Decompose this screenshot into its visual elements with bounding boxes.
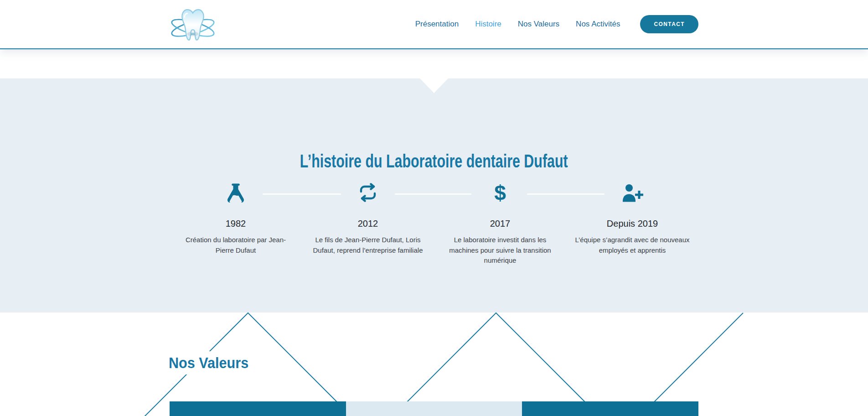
user-plus-icon <box>621 183 643 203</box>
values-section: Nos Valeurs <box>0 312 868 416</box>
header: Présentation Histoire Nos Valeurs Nos Ac… <box>0 0 868 49</box>
zigzag-decoration <box>0 312 868 416</box>
milestone-row: 1982 Création du laboratoire par Jean-Pi… <box>170 183 698 266</box>
milestone-description: Le fils de Jean-Pierre Dufaut, Loris Duf… <box>309 235 427 255</box>
timeline-connector <box>527 193 604 195</box>
nav-link-histoire[interactable]: Histoire <box>475 20 501 29</box>
flask-icon <box>227 183 245 204</box>
milestone-description: Création du laboratoire par Jean-Pierre … <box>176 235 295 255</box>
section-top-notch <box>420 78 448 93</box>
milestone-1982: 1982 Création du laboratoire par Jean-Pi… <box>170 183 302 266</box>
header-inner: Présentation Histoire Nos Valeurs Nos Ac… <box>170 0 698 48</box>
milestone-2017: $ 2017 Le laboratoire investit dans les … <box>434 183 566 266</box>
page: Présentation Histoire Nos Valeurs Nos Ac… <box>0 0 868 416</box>
history-section: L’histoire du Laboratoire dentaire Dufau… <box>0 78 868 312</box>
contact-button[interactable]: CONTACT <box>640 15 698 33</box>
main-nav: Présentation Histoire Nos Valeurs Nos Ac… <box>415 20 620 29</box>
milestone-year: Depuis 2019 <box>566 218 698 229</box>
timeline-connector <box>263 193 341 195</box>
value-cards-row <box>170 401 698 416</box>
value-card <box>170 401 346 416</box>
value-card <box>346 401 522 416</box>
milestone-description: Le laboratoire investit dans les machine… <box>441 235 559 266</box>
value-card <box>522 401 698 416</box>
milestone-2019: Depuis 2019 L’équipe s’agrandit avec de … <box>566 183 698 266</box>
timeline-connector <box>395 193 471 195</box>
values-title: Nos Valeurs <box>162 351 264 374</box>
nav-link-presentation[interactable]: Présentation <box>415 20 459 29</box>
milestone-2012: 2012 Le fils de Jean-Pierre Dufaut, Lori… <box>302 183 434 266</box>
history-timeline: 1982 Création du laboratoire par Jean-Pi… <box>170 183 698 266</box>
milestone-year: 2017 <box>434 218 566 229</box>
milestone-description: L’équipe s’agrandit avec de nouveaux emp… <box>573 235 692 255</box>
nav-link-nos-activites[interactable]: Nos Activités <box>576 20 620 29</box>
milestone-year: 2012 <box>302 218 434 229</box>
nav-link-nos-valeurs[interactable]: Nos Valeurs <box>518 20 559 29</box>
dollar-icon: $ <box>494 183 506 203</box>
repeat-icon <box>357 183 378 202</box>
tooth-atom-logo[interactable] <box>170 6 216 45</box>
history-title: L’histoire du Laboratoire dentaire Dufau… <box>0 151 868 172</box>
milestone-year: 1982 <box>170 218 302 229</box>
